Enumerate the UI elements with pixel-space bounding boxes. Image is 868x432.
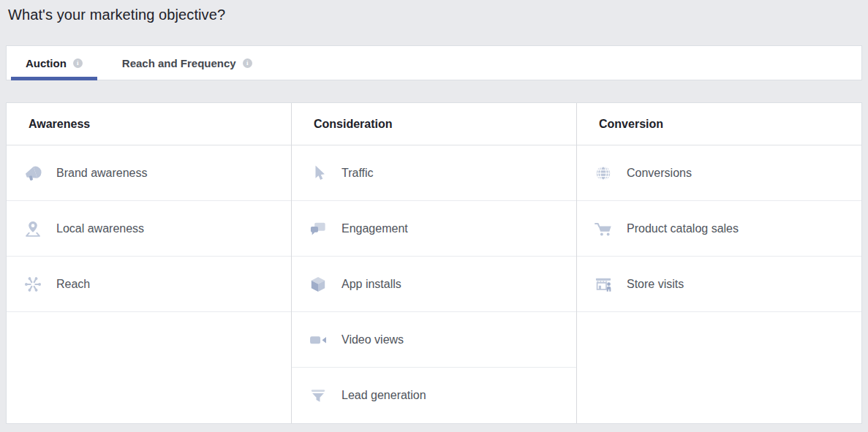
cube-icon (307, 273, 329, 295)
shopping-cart-icon (592, 218, 614, 240)
cursor-icon (307, 162, 329, 184)
objective-row-traffic[interactable]: Traffic (292, 145, 576, 201)
tab-auction[interactable]: Auction i (11, 46, 97, 80)
reach-asterisk-icon (22, 273, 44, 295)
info-icon[interactable]: i (73, 58, 83, 68)
objective-row-lead-generation[interactable]: Lead generation (292, 368, 576, 423)
tab-reach-and-frequency[interactable]: Reach and Frequency i (107, 46, 267, 80)
info-icon[interactable]: i (243, 58, 252, 68)
column-header: Consideration (292, 103, 576, 145)
column-header: Conversion (577, 103, 861, 145)
tab-label: Auction (26, 57, 67, 69)
column-conversion: Conversion Conversions (577, 103, 861, 423)
column-awareness: Awareness Brand awareness (7, 103, 292, 423)
objectives-table: Awareness Brand awareness (6, 102, 862, 424)
objective-label: Store visits (627, 278, 684, 291)
objective-row-product-catalog-sales[interactable]: Product catalog sales (577, 201, 861, 257)
storefront-icon (592, 273, 614, 295)
funnel-icon (307, 384, 329, 406)
column-header: Awareness (7, 103, 291, 145)
page-header: What's your marketing objective? (0, 0, 868, 45)
objective-label: Engagement (341, 222, 408, 235)
objective-row-video-views[interactable]: Video views (292, 312, 576, 368)
page-title: What's your marketing objective? (8, 7, 868, 23)
tab-label: Reach and Frequency (122, 57, 236, 69)
objective-label: Lead generation (341, 389, 426, 402)
column-consideration: Consideration Traffic Engagement (292, 103, 577, 423)
globe-icon (592, 162, 614, 184)
objective-row-conversions[interactable]: Conversions (577, 145, 861, 201)
video-camera-icon (307, 329, 329, 351)
objective-row-reach[interactable]: Reach (7, 257, 291, 312)
active-tab-underline (11, 77, 97, 80)
objective-label: Brand awareness (56, 167, 148, 180)
megaphone-icon (22, 162, 44, 184)
objective-label: Traffic (341, 167, 374, 180)
objective-label: Product catalog sales (627, 222, 739, 235)
chat-bubbles-icon (307, 218, 329, 240)
objective-row-engagement[interactable]: Engagement (292, 201, 576, 257)
objective-row-brand-awareness[interactable]: Brand awareness (7, 145, 291, 201)
objective-row-local-awareness[interactable]: Local awareness (7, 201, 291, 257)
map-pin-icon (22, 218, 44, 240)
objective-row-store-visits[interactable]: Store visits (577, 257, 861, 312)
objective-label: App installs (341, 278, 401, 291)
objective-row-app-installs[interactable]: App installs (292, 257, 576, 312)
objective-label: Reach (56, 278, 90, 291)
objective-label: Local awareness (56, 222, 144, 235)
objective-label: Conversions (627, 167, 692, 180)
objective-tabs: Auction i Reach and Frequency i (6, 45, 862, 80)
objective-label: Video views (341, 333, 404, 346)
